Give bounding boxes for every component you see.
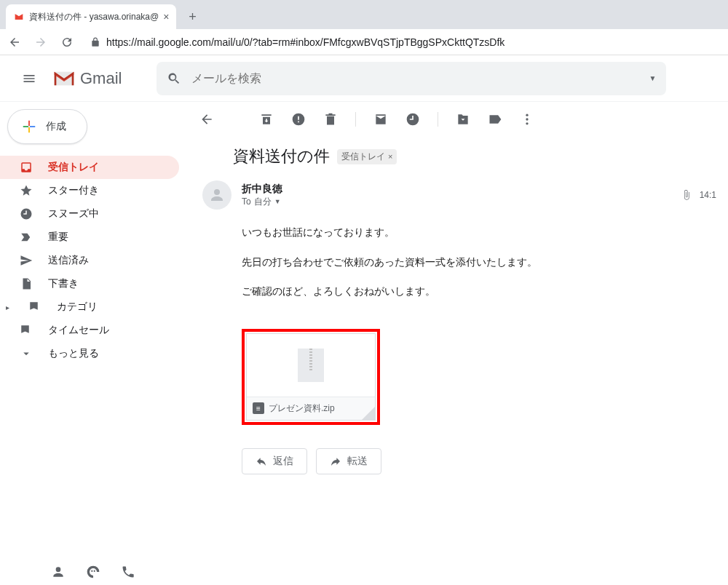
forward-label: 転送 <box>347 455 368 468</box>
sidebar-item-categories[interactable]: ▸ カテゴリ <box>0 295 179 319</box>
body-line: 先日の打ち合わせでご依頼のあった資料一式を添付いたします。 <box>242 252 716 272</box>
attachment-filename: プレゼン資料.zip <box>269 402 335 415</box>
label-chip-text: 受信トレイ <box>341 151 385 163</box>
phone-icon[interactable] <box>121 565 135 579</box>
browser-tab[interactable]: 資料送付の件 - yasawa.orinaka@ × <box>6 4 176 29</box>
dropdown-icon: ▼ <box>274 198 281 205</box>
attachment-card[interactable]: ≡ プレゼン資料.zip <box>246 333 376 421</box>
sidebar-label: 受信トレイ <box>48 161 99 174</box>
attachment-indicator-icon <box>681 189 692 201</box>
labels-button[interactable] <box>488 112 502 127</box>
delete-button[interactable] <box>323 112 338 127</box>
search-icon <box>167 71 181 86</box>
main-menu-button[interactable] <box>12 61 47 96</box>
contacts-icon[interactable] <box>51 565 66 579</box>
more-button[interactable] <box>520 112 534 127</box>
sidebar-label: 送信済み <box>48 254 89 267</box>
draft-icon <box>19 277 33 290</box>
search-box[interactable]: ▼ <box>157 62 666 95</box>
reply-button[interactable]: 返信 <box>242 448 307 474</box>
gmail-favicon <box>13 11 25 23</box>
attachment-thumbnail <box>247 334 375 397</box>
archive-button[interactable] <box>259 112 274 127</box>
compose-label: 作成 <box>46 120 66 133</box>
sidebar-item-starred[interactable]: スター付き <box>0 179 179 202</box>
label-icon <box>19 324 33 337</box>
inbox-icon <box>19 161 33 174</box>
spam-button[interactable] <box>291 112 306 127</box>
back-button[interactable] <box>6 33 23 51</box>
sidebar-label: スター付き <box>48 184 99 197</box>
search-options-icon[interactable]: ▼ <box>649 74 657 82</box>
file-type-icon: ≡ <box>253 402 264 414</box>
compose-button[interactable]: 作成 <box>7 109 87 144</box>
chevron-down-icon <box>19 347 33 360</box>
gmail-logo[interactable]: Gmail <box>52 69 122 88</box>
label-chip[interactable]: 受信トレイ × <box>337 149 397 164</box>
tab-title: 資料送付の件 - yasawa.orinaka@ <box>29 11 159 23</box>
sender-avatar[interactable] <box>202 180 232 210</box>
sidebar-label: タイムセール <box>48 324 109 337</box>
send-icon <box>19 254 33 267</box>
plus-icon <box>21 119 37 135</box>
caret-icon: ▸ <box>6 303 13 311</box>
label-icon <box>28 301 42 314</box>
star-icon <box>19 184 33 197</box>
important-icon <box>19 231 33 244</box>
to-prefix: To <box>242 196 251 207</box>
corner-fold-icon <box>362 407 375 420</box>
message-body: いつもお世話になっております。 先日の打ち合わせでご依頼のあった資料一式を添付い… <box>194 214 728 320</box>
svg-point-1 <box>526 118 528 120</box>
sidebar-label: もっと見る <box>48 347 99 360</box>
sidebar-item-more[interactable]: もっと見る <box>0 342 179 365</box>
message-time: 14:1 <box>700 190 716 200</box>
zip-icon <box>298 349 324 382</box>
gmail-product-name: Gmail <box>80 69 122 88</box>
recipient-line[interactable]: To 自分 ▼ <box>242 196 670 208</box>
svg-point-2 <box>526 122 528 124</box>
body-line: いつもお世話になっております。 <box>242 223 716 242</box>
tab-close-icon[interactable]: × <box>163 11 169 23</box>
svg-point-0 <box>526 114 528 116</box>
sidebar-item-sent[interactable]: 送信済み <box>0 249 179 272</box>
sidebar-label: 下書き <box>48 277 79 290</box>
toolbar-separator <box>355 112 356 127</box>
to-value: 自分 <box>254 196 272 208</box>
sidebar-label: 重要 <box>48 231 68 244</box>
remove-label-icon[interactable]: × <box>388 152 392 161</box>
sidebar-label: カテゴリ <box>57 301 98 314</box>
hangouts-icon[interactable] <box>86 565 100 579</box>
reply-label: 返信 <box>273 455 293 468</box>
sidebar-item-inbox[interactable]: 受信トレイ <box>0 156 179 179</box>
search-input[interactable] <box>191 72 638 85</box>
body-line: ご確認のほど、よろしくおねがいします。 <box>242 282 716 301</box>
sidebar-item-important[interactable]: 重要 <box>0 226 179 249</box>
mark-unread-button[interactable] <box>373 112 388 127</box>
forward-button[interactable] <box>32 33 50 51</box>
sidebar-item-snoozed[interactable]: スヌーズ中 <box>0 202 179 226</box>
attachment-highlight: ≡ プレゼン資料.zip <box>242 329 380 425</box>
new-tab-button[interactable]: + <box>182 7 202 27</box>
snooze-button[interactable] <box>405 112 420 127</box>
address-bar[interactable]: https://mail.google.com/mail/u/0/?tab=rm… <box>84 36 722 48</box>
reload-button[interactable] <box>58 33 76 51</box>
url-text: https://mail.google.com/mail/u/0/?tab=rm… <box>106 36 505 48</box>
move-to-button[interactable] <box>456 112 470 127</box>
sidebar-label: スヌーズ中 <box>48 207 99 220</box>
sidebar-item-drafts[interactable]: 下書き <box>0 272 179 295</box>
clock-icon <box>19 207 33 220</box>
lock-icon <box>90 37 100 47</box>
sender-name: 折中良徳 <box>242 183 670 196</box>
toolbar-separator <box>438 112 438 127</box>
sidebar-item-timesale[interactable]: タイムセール <box>0 319 179 342</box>
back-to-inbox-button[interactable] <box>199 112 214 127</box>
forward-button[interactable]: 転送 <box>316 448 381 474</box>
message-subject: 資料送付の件 <box>233 146 330 167</box>
